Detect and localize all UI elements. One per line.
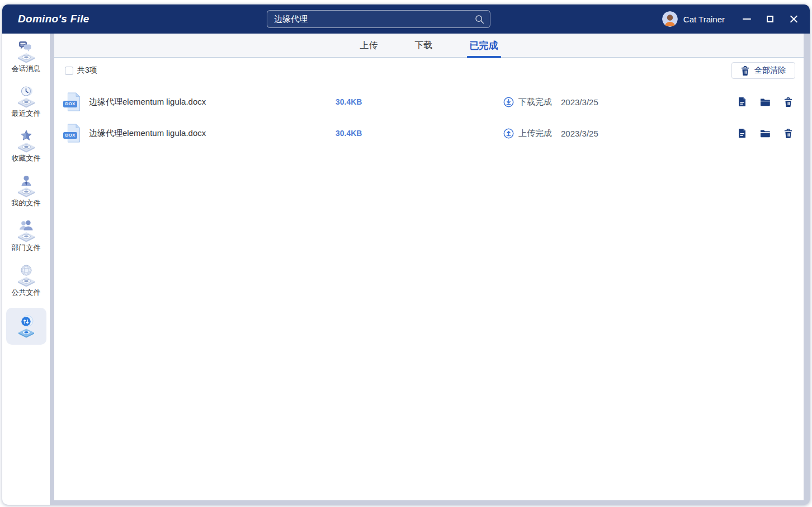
- trash-icon: [784, 97, 792, 107]
- sidebar: 会话消息 最近文件: [2, 34, 50, 505]
- open-file-button[interactable]: [737, 128, 748, 139]
- trash-icon: [784, 129, 792, 138]
- sidebar-item-label: 部门文件: [12, 243, 41, 253]
- maximize-icon: [767, 16, 773, 22]
- status-date: 2023/3/25: [561, 129, 598, 138]
- row-actions: [737, 128, 794, 139]
- department-files-icon: [14, 218, 39, 243]
- trash-icon: [741, 66, 749, 76]
- file-list: DOX 边缘代理elementum ligula.docx 30.4KB 下载完…: [54, 86, 804, 149]
- delete-record-button[interactable]: [782, 128, 794, 139]
- open-file-button[interactable]: [737, 96, 748, 107]
- docx-file-icon: DOX: [65, 124, 82, 143]
- open-folder-button[interactable]: [759, 96, 771, 107]
- sidebar-item-department-files[interactable]: 部门文件: [2, 218, 50, 263]
- select-all-checkbox[interactable]: [65, 67, 73, 75]
- sidebar-item-favorite-files[interactable]: 收藏文件: [2, 129, 50, 173]
- tab-completed[interactable]: 已完成: [469, 34, 499, 57]
- tab-upload[interactable]: 上传: [359, 34, 379, 57]
- sidebar-item-label: 最近文件: [12, 109, 41, 119]
- sidebar-item-label: 公共文件: [12, 288, 41, 298]
- tab-bar: 上传 下载 已完成: [54, 34, 804, 58]
- file-row: DOX 边缘代理elementum ligula.docx 30.4KB 下载完…: [54, 86, 804, 118]
- transfer-panel: 上传 下载 已完成 共3项 全部清除: [54, 34, 804, 500]
- app-title: Domino's File: [18, 13, 89, 25]
- file-name: 边缘代理elementum ligula.docx: [89, 97, 336, 107]
- clear-all-label: 全部清除: [754, 65, 786, 76]
- file-name: 边缘代理elementum ligula.docx: [89, 128, 336, 139]
- folder-icon: [760, 129, 770, 138]
- status-text: 上传完成: [518, 128, 552, 139]
- items-count-label: 共3项: [77, 65, 97, 76]
- search-icon: [475, 15, 484, 24]
- sidebar-item-label: 会话消息: [12, 64, 41, 74]
- status-group: 下载完成 2023/3/25: [503, 97, 598, 107]
- sidebar-item-label: 我的文件: [12, 198, 41, 208]
- app-window: Domino's File Cat Tra: [2, 4, 810, 505]
- file-type-badge: DOX: [63, 132, 77, 139]
- my-files-icon: [14, 173, 39, 198]
- file-size: 30.4KB: [336, 97, 419, 106]
- file-document-icon: [738, 97, 747, 107]
- sidebar-item-recent-files[interactable]: 最近文件: [2, 84, 50, 129]
- delete-record-button[interactable]: [782, 96, 794, 107]
- sidebar-item-public-files[interactable]: 公共文件: [2, 263, 50, 308]
- file-document-icon: [738, 128, 747, 138]
- file-size: 30.4KB: [336, 129, 419, 138]
- maximize-button[interactable]: [763, 12, 777, 26]
- titlebar: Domino's File Cat Tra: [2, 4, 810, 34]
- minimize-button[interactable]: [739, 12, 754, 26]
- download-complete-icon: [503, 97, 514, 107]
- folder-icon: [760, 98, 770, 106]
- user-area: Cat Trainer: [662, 4, 801, 34]
- clear-all-button[interactable]: 全部清除: [731, 62, 795, 79]
- list-toolbar: 共3项 全部清除: [54, 62, 804, 79]
- avatar[interactable]: [662, 11, 678, 27]
- tab-download[interactable]: 下载: [414, 34, 434, 57]
- file-row: DOX 边缘代理elementum ligula.docx 30.4KB 上传完…: [54, 118, 804, 149]
- open-folder-button[interactable]: [759, 128, 771, 139]
- status-date: 2023/3/25: [561, 97, 598, 107]
- docx-file-icon: DOX: [65, 92, 82, 111]
- status-text: 下载完成: [518, 97, 552, 107]
- public-files-icon: [14, 263, 39, 288]
- upload-complete-icon: [503, 128, 514, 139]
- minimize-icon: [743, 18, 751, 20]
- file-type-badge: DOX: [63, 101, 77, 107]
- sidebar-item-my-files[interactable]: 我的文件: [2, 173, 50, 218]
- sidebar-item-chat-messages[interactable]: 会话消息: [2, 39, 50, 84]
- status-group: 上传完成 2023/3/25: [503, 128, 598, 139]
- sidebar-item-label: 收藏文件: [12, 153, 41, 163]
- close-icon: [790, 15, 798, 24]
- search-box[interactable]: [267, 10, 490, 28]
- chat-messages-icon: [14, 39, 39, 64]
- favorite-files-icon: [14, 129, 39, 153]
- user-name[interactable]: Cat Trainer: [683, 15, 725, 24]
- search-input[interactable]: [274, 15, 475, 24]
- transfer-list-icon: [14, 314, 39, 339]
- sidebar-item-transfer-list[interactable]: [6, 308, 46, 345]
- recent-files-icon: [14, 84, 39, 109]
- row-actions: [737, 96, 794, 107]
- close-button[interactable]: [786, 12, 801, 26]
